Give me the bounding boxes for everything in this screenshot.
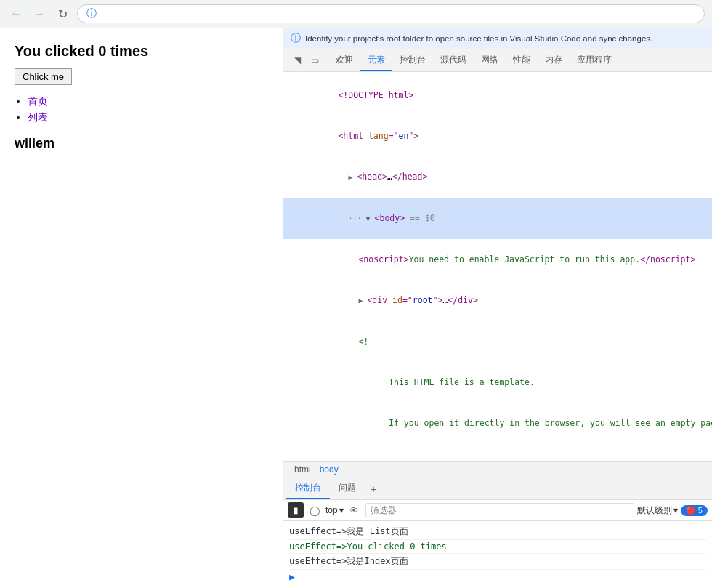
- html-line-noscript[interactable]: <noscript>You need to enable JavaScript …: [283, 239, 712, 280]
- inspect-icon[interactable]: ◥: [289, 52, 305, 68]
- elements-panel: <!DOCTYPE html> <html lang="en"> ▶ <head…: [283, 72, 712, 461]
- webpage-panel: You clicked 0 times Chlick me 首页 列表 will…: [0, 28, 283, 587]
- html-line-blank: [283, 443, 712, 458]
- device-icon[interactable]: ▭: [307, 52, 323, 68]
- console-tabs: 控制台 问题 +: [283, 478, 712, 500]
- top-label: top: [325, 505, 338, 515]
- filter-input[interactable]: [365, 503, 634, 517]
- list-item: 首页: [28, 95, 268, 108]
- info-circle-icon: ⓘ: [291, 32, 301, 45]
- html-line-body[interactable]: ··· ▼ <body> == $0: [283, 198, 712, 239]
- click-me-button[interactable]: Chlick me: [15, 68, 72, 85]
- html-line-html[interactable]: <html lang="en">: [283, 116, 712, 156]
- tab-network[interactable]: 网络: [474, 50, 506, 71]
- webpage-nav: 首页 列表: [15, 95, 268, 124]
- url-input[interactable]: localhost:3000: [101, 9, 695, 20]
- html-line-comment-1: This HTML file is a template.: [283, 362, 712, 403]
- devtools-tab-icons: ◥ ▭: [286, 49, 325, 71]
- author-name: willem: [15, 136, 268, 151]
- breadcrumb-bar: html body: [283, 462, 712, 478]
- console-text-0: useEffect=>我是 List页面: [289, 525, 408, 538]
- tab-console[interactable]: 控制台: [392, 50, 433, 71]
- breadcrumb-body[interactable]: body: [316, 464, 342, 475]
- console-line-2: useEffect=>我是Index页面: [289, 554, 706, 570]
- info-bar-text: Identify your project's root folder to o…: [305, 34, 652, 43]
- nav-link-list[interactable]: 列表: [28, 111, 48, 123]
- tab-application[interactable]: 应用程序: [570, 50, 619, 71]
- forward-button[interactable]: →: [31, 5, 48, 23]
- browser-toolbar: ← → ↻ ⓘ localhost:3000: [0, 0, 712, 28]
- clear-console-button[interactable]: ◯: [307, 502, 323, 518]
- html-line-head[interactable]: ▶ <head>…</head>: [283, 156, 712, 198]
- console-prompt-line[interactable]: ▶: [289, 570, 706, 584]
- html-line-doctype: <!DOCTYPE html>: [283, 75, 712, 116]
- list-item: 列表: [28, 111, 268, 124]
- info-icon: ⓘ: [86, 7, 97, 20]
- console-text-1: useEffect=>You clicked 0 times: [289, 541, 447, 552]
- eye-icon[interactable]: 👁: [347, 502, 363, 518]
- add-tab-button[interactable]: +: [365, 480, 382, 499]
- html-line-comment-2: If you open it directly in the browser, …: [283, 403, 712, 443]
- top-select[interactable]: top ▾: [325, 505, 344, 515]
- console-output: useEffect=>我是 List页面 useEffect=>You clic…: [283, 521, 712, 587]
- console-text-2: useEffect=>我是Index页面: [289, 555, 408, 568]
- address-bar: ⓘ localhost:3000: [77, 4, 705, 23]
- devtools-tabs: ◥ ▭ 欢迎 元素 控制台 源代码 网络 性能 内存 应用程序: [283, 49, 712, 72]
- level-label: 默认级别: [637, 504, 672, 517]
- main-layout: You clicked 0 times Chlick me 首页 列表 will…: [0, 28, 712, 587]
- breadcrumb-html[interactable]: html: [291, 464, 315, 475]
- info-bar: ⓘ Identify your project's root folder to…: [283, 28, 712, 49]
- console-tab-console[interactable]: 控制台: [286, 478, 330, 499]
- nav-link-home[interactable]: 首页: [28, 95, 48, 107]
- tab-memory[interactable]: 内存: [538, 50, 570, 71]
- reload-button[interactable]: ↻: [54, 5, 71, 23]
- tab-performance[interactable]: 性能: [506, 50, 538, 71]
- console-line-0: useEffect=>我是 List页面: [289, 524, 706, 540]
- console-line-1: useEffect=>You clicked 0 times: [289, 540, 706, 554]
- level-dropdown-icon: ▾: [673, 505, 678, 515]
- browser-chrome: ← → ↻ ⓘ localhost:3000: [0, 0, 712, 28]
- bottom-section: html body 控制台 问题 + ▮ ◯ top ▾ 👁 默认: [283, 461, 712, 587]
- console-tab-issues[interactable]: 问题: [330, 478, 365, 499]
- tab-welcome[interactable]: 欢迎: [328, 50, 360, 71]
- console-toolbar: ▮ ◯ top ▾ 👁 默认级别 ▾ 🔴 5: [283, 500, 712, 521]
- page-title: You clicked 0 times: [15, 43, 268, 60]
- html-line-div-root[interactable]: ▶ <div id="root">…</div>: [283, 280, 712, 321]
- count-badge: 🔴 5: [681, 505, 708, 516]
- block-console-button[interactable]: ▮: [288, 502, 304, 518]
- console-prompt-icon: ▶: [289, 571, 295, 582]
- tab-sources[interactable]: 源代码: [433, 50, 474, 71]
- level-select[interactable]: 默认级别 ▾: [637, 504, 678, 517]
- back-button[interactable]: ←: [7, 5, 25, 23]
- html-line-comment-open: <!--: [283, 321, 712, 362]
- devtools-panel: ⓘ Identify your project's root folder to…: [283, 28, 712, 587]
- tab-elements[interactable]: 元素: [360, 50, 392, 71]
- top-dropdown-icon: ▾: [339, 505, 344, 515]
